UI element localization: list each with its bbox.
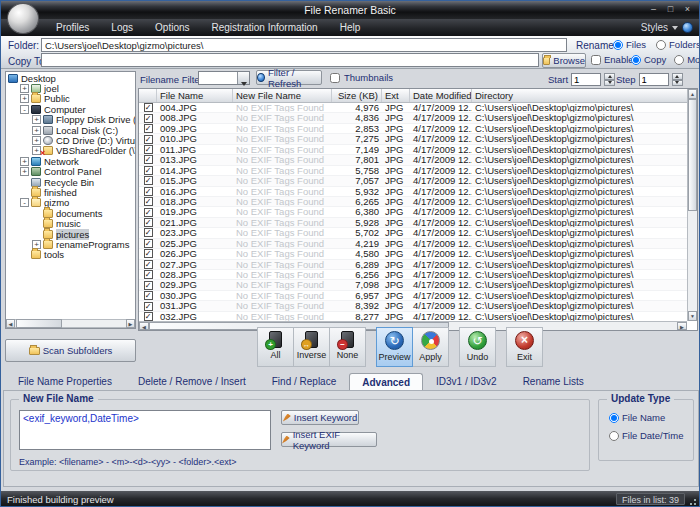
- scroll-left-icon[interactable]: [139, 322, 149, 330]
- table-vertical-scrollbar[interactable]: [687, 89, 697, 321]
- table-row[interactable]: ✓029.JPGNo EXIF Tags Found7,098JPG4/17/2…: [139, 280, 687, 290]
- row-checkbox[interactable]: ✓: [144, 218, 153, 227]
- radio-input-file-date-time[interactable]: [609, 431, 619, 441]
- radio-input-folders[interactable]: [656, 40, 666, 50]
- spin-down-icon[interactable]: [672, 80, 683, 87]
- dropdown-arrow-icon[interactable]: [237, 72, 249, 84]
- preview-button[interactable]: Preview: [376, 327, 413, 367]
- column-header-file-name[interactable]: File Name: [157, 89, 233, 102]
- table-row[interactable]: ✓021.JPGNo EXIF Tags Found5,928JPG4/17/2…: [139, 218, 687, 228]
- radio-input-move[interactable]: [674, 55, 684, 65]
- column-header-select[interactable]: [139, 89, 157, 102]
- radio-move[interactable]: Move: [674, 54, 700, 65]
- scrollbar-thumb[interactable]: [688, 99, 697, 211]
- thumbnails-checkbox-input[interactable]: [330, 73, 340, 83]
- radio-copy[interactable]: Copy: [631, 54, 666, 65]
- row-checkbox[interactable]: ✓: [144, 312, 153, 321]
- row-checkbox[interactable]: ✓: [144, 270, 153, 279]
- tab-find-replace[interactable]: Find / Replace: [259, 372, 349, 390]
- table-row[interactable]: ✓015.JPGNo EXIF Tags Found7,057JPG4/17/2…: [139, 176, 687, 186]
- folder-input[interactable]: [41, 38, 567, 52]
- tree-item-computer[interactable]: -Computer: [6, 104, 135, 114]
- table-row[interactable]: ✓028.JPGNo EXIF Tags Found6,256JPG4/17/2…: [139, 270, 687, 280]
- radio-file-date-time[interactable]: File Date/Time: [609, 430, 683, 441]
- row-checkbox[interactable]: ✓: [144, 208, 153, 217]
- radio-input-files[interactable]: [613, 40, 623, 50]
- table-row[interactable]: ✓010.JPGNo EXIF Tags Found7,275JPG4/17/2…: [139, 134, 687, 144]
- scroll-down-icon[interactable]: [688, 311, 697, 321]
- tree-item-renameprograms[interactable]: +renamePrograms: [6, 239, 135, 249]
- tab-file-name-properties[interactable]: File Name Properties: [5, 372, 125, 390]
- tree-item-desktop[interactable]: Desktop: [6, 73, 135, 83]
- scan-subfolders-button[interactable]: Scan Subfolders: [5, 339, 136, 362]
- copy-to-input[interactable]: [41, 53, 539, 67]
- tab-rename-lists[interactable]: Rename Lists: [510, 372, 597, 390]
- column-header-date-modified[interactable]: Date Modified: [410, 89, 472, 102]
- tree-item-joel[interactable]: +joel: [6, 83, 135, 93]
- tree-item-gizmo[interactable]: -gizmo: [6, 198, 135, 208]
- menu-item-logs[interactable]: Logs: [100, 19, 144, 36]
- table-row[interactable]: ✓032.JPGNo EXIF Tags Found8,277JPG4/17/2…: [139, 312, 687, 321]
- row-checkbox[interactable]: ✓: [144, 135, 153, 144]
- thumbnails-checkbox[interactable]: Thumbnails: [330, 72, 393, 83]
- insert-exif-keyword-button[interactable]: Insert EXIF Keyword: [281, 432, 377, 447]
- maximize-icon[interactable]: [665, 4, 676, 14]
- radio-folders[interactable]: Folders: [656, 39, 700, 50]
- enable-checkbox-input[interactable]: [591, 55, 601, 65]
- step-input[interactable]: [639, 73, 669, 86]
- row-checkbox[interactable]: ✓: [144, 228, 153, 237]
- inverse-button[interactable]: Inverse: [293, 327, 330, 367]
- scrollbar-thumb[interactable]: [16, 319, 62, 328]
- table-row[interactable]: ✓004.JPGNo EXIF Tags Found4,976JPG4/17/2…: [139, 103, 687, 113]
- scroll-left-icon[interactable]: [6, 319, 15, 328]
- table-row[interactable]: ✓013.JPGNo EXIF Tags Found7,801JPG4/17/2…: [139, 155, 687, 165]
- collapse-icon[interactable]: -: [20, 105, 29, 114]
- expand-icon[interactable]: +: [20, 84, 29, 93]
- tree-item-local-disk-c[interactable]: +Local Disk (C:): [6, 125, 135, 135]
- row-checkbox[interactable]: ✓: [144, 291, 153, 300]
- expand-icon[interactable]: +: [20, 94, 29, 103]
- column-header-ext[interactable]: Ext: [382, 89, 410, 102]
- expand-icon[interactable]: +: [20, 167, 29, 176]
- row-checkbox[interactable]: ✓: [144, 114, 153, 123]
- row-checkbox[interactable]: ✓: [144, 176, 153, 185]
- collapse-icon[interactable]: -: [20, 198, 29, 207]
- row-checkbox[interactable]: ✓: [144, 281, 153, 290]
- undo-button[interactable]: Undo: [459, 327, 496, 367]
- tree-horizontal-scrollbar[interactable]: [6, 319, 135, 328]
- expand-icon[interactable]: +: [20, 157, 29, 166]
- apply-button[interactable]: Apply: [412, 327, 449, 367]
- table-row[interactable]: ✓031.JPGNo EXIF Tags Found8,392JPG4/17/2…: [139, 301, 687, 311]
- row-checkbox[interactable]: ✓: [144, 187, 153, 196]
- none-button[interactable]: None: [329, 327, 366, 367]
- filename-filter-select[interactable]: [198, 71, 250, 85]
- table-row[interactable]: ✓011.JPGNo EXIF Tags Found7,149JPG4/17/2…: [139, 145, 687, 155]
- tree-item-finished[interactable]: finished: [6, 187, 135, 197]
- minimize-icon[interactable]: [648, 4, 659, 14]
- column-header-directory[interactable]: Directory: [472, 89, 689, 102]
- row-checkbox[interactable]: ✓: [144, 197, 153, 206]
- tab-id3v1-id3v2[interactable]: ID3v1 / ID3v2: [423, 372, 510, 390]
- insert-keyword-button[interactable]: Insert Keyword: [281, 410, 359, 425]
- row-checkbox[interactable]: ✓: [144, 239, 153, 248]
- tree-item-pictures[interactable]: pictures: [6, 229, 135, 239]
- styles-menu[interactable]: Styles: [641, 19, 693, 36]
- table-row[interactable]: ✓027.JPGNo EXIF Tags Found6,289JPG4/17/2…: [139, 260, 687, 270]
- row-checkbox[interactable]: ✓: [144, 249, 153, 258]
- row-checkbox[interactable]: ✓: [144, 302, 153, 311]
- tree-item-network[interactable]: +Network: [6, 156, 135, 166]
- exit-button[interactable]: Exit: [506, 327, 543, 367]
- resize-grip[interactable]: [688, 497, 697, 506]
- row-checkbox[interactable]: ✓: [144, 155, 153, 164]
- expand-icon[interactable]: +: [32, 126, 41, 135]
- table-row[interactable]: ✓023.JPGNo EXIF Tags Found5,702JPG4/17/2…: [139, 228, 687, 238]
- tree-item-floppy-disk-drive-a[interactable]: +Floppy Disk Drive (A:): [6, 115, 135, 125]
- table-row[interactable]: ✓014.JPGNo EXIF Tags Found5,758JPG4/17/2…: [139, 166, 687, 176]
- row-checkbox[interactable]: ✓: [144, 145, 153, 154]
- table-row[interactable]: ✓009.JPGNo EXIF Tags Found2,853JPG4/17/2…: [139, 124, 687, 134]
- row-checkbox[interactable]: ✓: [144, 124, 153, 133]
- scroll-up-icon[interactable]: [688, 89, 697, 99]
- expand-icon[interactable]: +: [32, 136, 41, 145]
- radio-input-copy[interactable]: [631, 55, 641, 65]
- menu-item-help[interactable]: Help: [329, 19, 372, 36]
